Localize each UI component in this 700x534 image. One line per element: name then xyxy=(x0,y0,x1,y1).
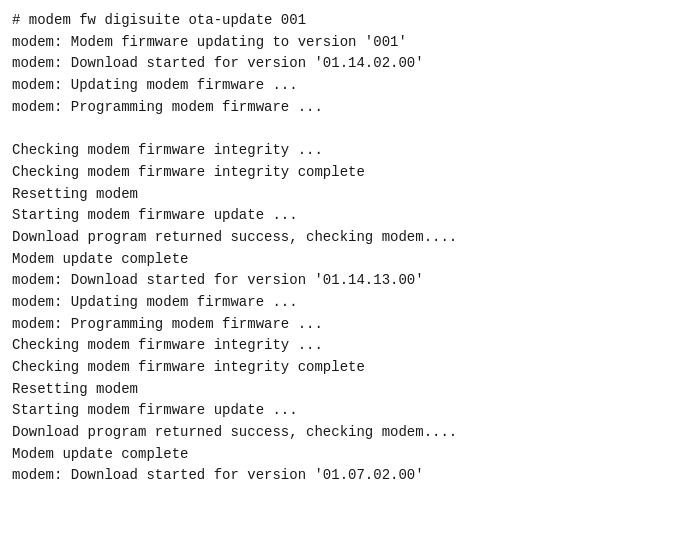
terminal-line: Download program returned success, check… xyxy=(12,422,688,444)
terminal-line: Starting modem firmware update ... xyxy=(12,400,688,422)
terminal-line: modem: Updating modem firmware ... xyxy=(12,292,688,314)
terminal-line: Resetting modem xyxy=(12,379,688,401)
terminal-line: Starting modem firmware update ... xyxy=(12,205,688,227)
terminal-line: # modem fw digisuite ota-update 001 xyxy=(12,10,688,32)
terminal-line: Checking modem firmware integrity ... xyxy=(12,140,688,162)
terminal-line: modem: Download started for version '01.… xyxy=(12,53,688,75)
terminal-line: Resetting modem xyxy=(12,184,688,206)
terminal-line: modem: Download started for version '01.… xyxy=(12,465,688,487)
terminal-line: Checking modem firmware integrity comple… xyxy=(12,162,688,184)
terminal-line: Download program returned success, check… xyxy=(12,227,688,249)
terminal-line: modem: Programming modem firmware ... xyxy=(12,97,688,119)
terminal-output: # modem fw digisuite ota-update 001modem… xyxy=(0,0,700,534)
terminal-line: Checking modem firmware integrity comple… xyxy=(12,357,688,379)
terminal-line: Modem update complete xyxy=(12,249,688,271)
terminal-line: modem: Download started for version '01.… xyxy=(12,270,688,292)
terminal-line: modem: Modem firmware updating to versio… xyxy=(12,32,688,54)
terminal-line: modem: Programming modem firmware ... xyxy=(12,314,688,336)
terminal-line: Modem update complete xyxy=(12,444,688,466)
terminal-line: Checking modem firmware integrity ... xyxy=(12,335,688,357)
terminal-line: modem: Updating modem firmware ... xyxy=(12,75,688,97)
